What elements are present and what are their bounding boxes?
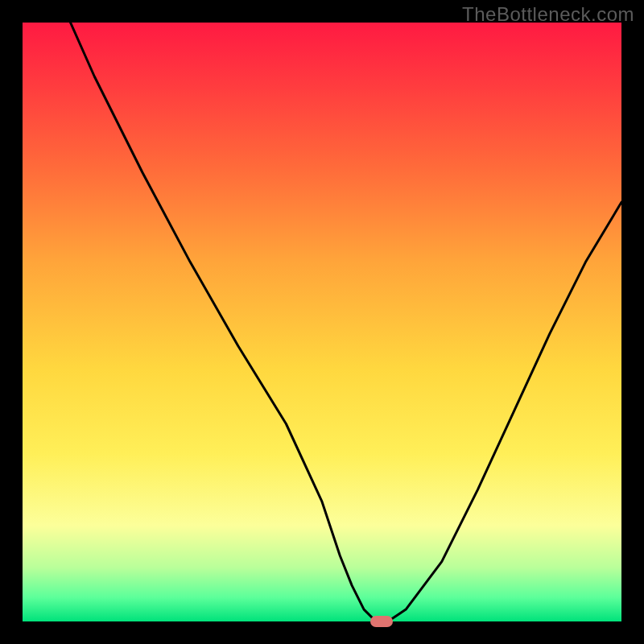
watermark-text: TheBottleneck.com	[462, 3, 634, 26]
curve-path	[71, 23, 622, 621]
optimal-marker	[370, 616, 393, 627]
bottleneck-curve	[23, 23, 621, 621]
chart-frame: TheBottleneck.com	[0, 0, 644, 644]
plot-area	[23, 23, 621, 621]
